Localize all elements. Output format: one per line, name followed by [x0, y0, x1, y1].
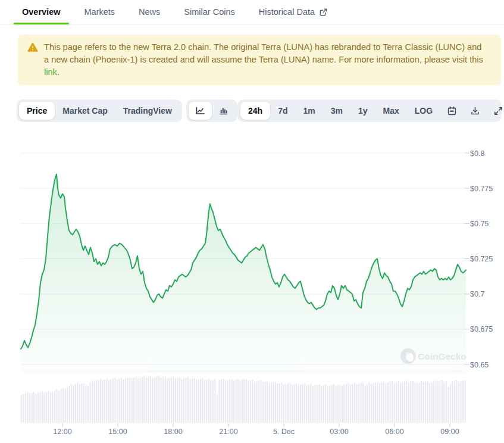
line-chart-icon	[195, 106, 205, 116]
warning-icon	[27, 41, 38, 79]
range-toggle-group: 24h 7d 1m 3m 1y Max LOG	[237, 99, 502, 122]
range-24h-button[interactable]: 24h	[240, 102, 270, 120]
svg-text:09:00: 09:00	[440, 428, 459, 436]
svg-text:15:00: 15:00	[108, 428, 127, 436]
range-7d-button[interactable]: 7d	[270, 102, 295, 120]
tradingview-tab-button[interactable]: TradingView	[115, 102, 180, 120]
svg-text:06:00: 06:00	[385, 428, 403, 436]
tab-news[interactable]: News	[130, 0, 168, 24]
tab-bar: Overview Markets News Similar Coins Hist…	[0, 0, 504, 24]
range-max-button[interactable]: Max	[375, 102, 407, 120]
page-root: Overview Markets News Similar Coins Hist…	[0, 0, 504, 443]
line-chart-toggle-button[interactable]	[189, 102, 212, 120]
svg-text:$0.8: $0.8	[470, 149, 484, 158]
range-1y-button[interactable]: 1y	[350, 102, 375, 120]
range-3m-button[interactable]: 3m	[323, 102, 350, 120]
market-cap-tab-button[interactable]: Market Cap	[55, 102, 115, 120]
svg-text:5. Dec: 5. Dec	[273, 428, 295, 436]
svg-text:$0.675: $0.675	[470, 325, 493, 333]
tab-markets[interactable]: Markets	[76, 0, 124, 24]
price-chart-svg[interactable]: $0.8$0.775$0.75$0.725$0.7$0.675$0.6512:0…	[0, 133, 504, 443]
price-chart[interactable]: $0.8$0.775$0.75$0.725$0.7$0.675$0.6512:0…	[0, 133, 504, 443]
download-icon	[470, 106, 480, 116]
chart-style-group	[186, 99, 237, 122]
tab-historical-data[interactable]: Historical Data	[251, 0, 336, 24]
tab-similar-coins-label: Similar Coins	[184, 7, 234, 17]
warning-text-body: This page refers to the new Terra 2.0 ch…	[44, 42, 483, 64]
svg-text:$0.7: $0.7	[470, 290, 484, 298]
range-1m-button[interactable]: 1m	[295, 102, 323, 120]
log-scale-button[interactable]: LOG	[407, 102, 440, 120]
fullscreen-icon	[493, 106, 503, 116]
external-link-icon	[319, 8, 328, 17]
bar-chart-icon	[218, 106, 228, 116]
svg-text:$0.75: $0.75	[470, 220, 489, 228]
svg-text:21:00: 21:00	[219, 428, 237, 436]
svg-text:$0.775: $0.775	[470, 185, 493, 193]
download-button[interactable]	[464, 102, 487, 120]
tab-historical-data-label: Historical Data	[259, 7, 315, 17]
svg-text:$0.65: $0.65	[470, 361, 489, 369]
tab-similar-coins[interactable]: Similar Coins	[176, 0, 243, 24]
tab-overview[interactable]: Overview	[14, 0, 69, 24]
bar-chart-toggle-button[interactable]	[212, 102, 235, 120]
banner-link[interactable]: link	[44, 67, 57, 77]
svg-text:CoinGecko: CoinGecko	[418, 351, 467, 361]
calendar-button[interactable]	[440, 102, 464, 120]
fullscreen-button[interactable]	[487, 102, 504, 120]
warning-banner: This page refers to the new Terra 2.0 ch…	[18, 35, 501, 85]
price-tab-button[interactable]: Price	[19, 102, 55, 120]
svg-text:03:00: 03:00	[330, 428, 348, 436]
warning-text: This page refers to the new Terra 2.0 ch…	[44, 41, 484, 79]
warning-text-period: .	[57, 67, 60, 77]
calendar-icon	[447, 106, 457, 116]
metric-toggle-group: Price Market Cap TradingView	[17, 99, 182, 122]
tab-overview-label: Overview	[22, 7, 61, 17]
svg-text:$0.725: $0.725	[470, 255, 493, 263]
chart-controls: Price Market Cap TradingView	[17, 99, 502, 122]
svg-text:18:00: 18:00	[164, 428, 182, 436]
tab-markets-label: Markets	[84, 7, 115, 17]
svg-text:12:00: 12:00	[53, 428, 71, 436]
tab-news-label: News	[139, 7, 160, 17]
